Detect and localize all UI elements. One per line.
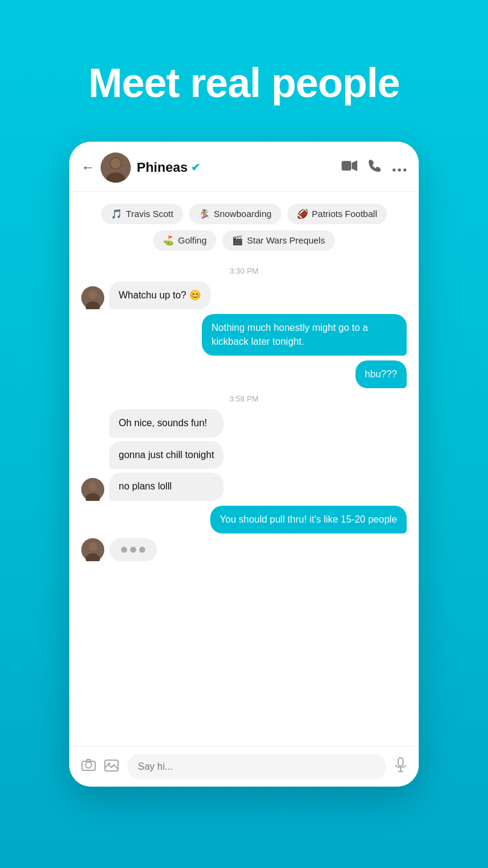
message-row-1: Whatchu up to? 😊: [81, 281, 407, 309]
message-row-2: Nothing much honestly might go to a kick…: [81, 314, 407, 356]
gallery-icon[interactable]: [104, 758, 119, 775]
svg-point-3: [110, 158, 121, 169]
avatar-image: [101, 153, 131, 183]
name-text: Phineas: [137, 160, 187, 175]
sender-avatar-3: [81, 538, 104, 561]
avatar: [101, 153, 131, 183]
typing-row: [81, 538, 407, 561]
tag-patriots-football: 🏈 Patriots Football: [287, 204, 387, 224]
timestamp-1: 3:30 PM: [81, 266, 407, 275]
svg-point-10: [89, 291, 97, 299]
hero-title: Meet real people: [89, 60, 400, 105]
sender-avatar-1: [81, 286, 104, 309]
typing-dot-3: [139, 547, 145, 553]
camera-icon[interactable]: [81, 759, 96, 775]
svg-rect-4: [342, 161, 351, 171]
tag-star-wars: 🎬 Star Wars Prequels: [222, 230, 335, 251]
svg-point-18: [86, 762, 92, 768]
message-row-4: Oh nice, sounds fun! gonna just chill to…: [81, 409, 407, 500]
header-actions: [342, 159, 407, 176]
tag-golfing: ⛳ Golfing: [153, 230, 216, 251]
svg-rect-19: [82, 761, 95, 770]
typing-indicator: [109, 538, 157, 561]
chat-body: 🎵 Travis Scott 🏂 Snowboarding 🏈 Patriots…: [69, 192, 419, 746]
svg-point-16: [89, 542, 97, 551]
bubble-received-4: no plans lolll: [109, 473, 224, 500]
svg-point-6: [393, 168, 396, 171]
input-bar: [69, 746, 419, 787]
tag-snowboarding: 🏂 Snowboarding: [189, 204, 281, 224]
svg-point-7: [398, 168, 401, 171]
typing-dot-2: [130, 547, 136, 553]
video-call-button[interactable]: [342, 160, 357, 175]
bubble-received-1: Whatchu up to? 😊: [109, 281, 211, 309]
interest-tags: 🎵 Travis Scott 🏂 Snowboarding 🏈 Patriots…: [81, 198, 407, 260]
message-row-3: hbu???: [81, 360, 407, 388]
verified-badge: ✔: [191, 161, 200, 174]
svg-point-8: [404, 168, 407, 171]
phone-call-button[interactable]: [368, 159, 381, 176]
phone-card: ← Phineas ✔: [69, 142, 419, 787]
typing-dot-1: [121, 547, 127, 553]
contact-name: Phineas ✔: [137, 160, 200, 175]
message-input[interactable]: [127, 754, 386, 779]
received-stack: Oh nice, sounds fun! gonna just chill to…: [109, 409, 224, 500]
chat-header: ← Phineas ✔: [69, 142, 419, 192]
more-options-button[interactable]: [392, 160, 407, 175]
bubble-sent-1: Nothing much honestly might go to a kick…: [202, 314, 407, 356]
timestamp-2: 3:58 PM: [81, 394, 407, 403]
message-row-5: You should pull thru! it's like 15-20 pe…: [81, 506, 407, 533]
back-button[interactable]: ←: [81, 160, 95, 175]
sender-avatar-2: [81, 478, 104, 501]
svg-rect-22: [398, 758, 403, 766]
bubble-received-3: gonna just chill tonight: [109, 441, 224, 469]
bubble-sent-3: You should pull thru! it's like 15-20 pe…: [210, 506, 407, 533]
svg-marker-5: [352, 160, 357, 171]
bubble-sent-2: hbu???: [355, 360, 407, 388]
bubble-received-2: Oh nice, sounds fun!: [109, 409, 224, 437]
mic-icon[interactable]: [395, 757, 407, 776]
svg-point-13: [89, 482, 97, 491]
tag-travis-scott: 🎵 Travis Scott: [101, 204, 183, 224]
